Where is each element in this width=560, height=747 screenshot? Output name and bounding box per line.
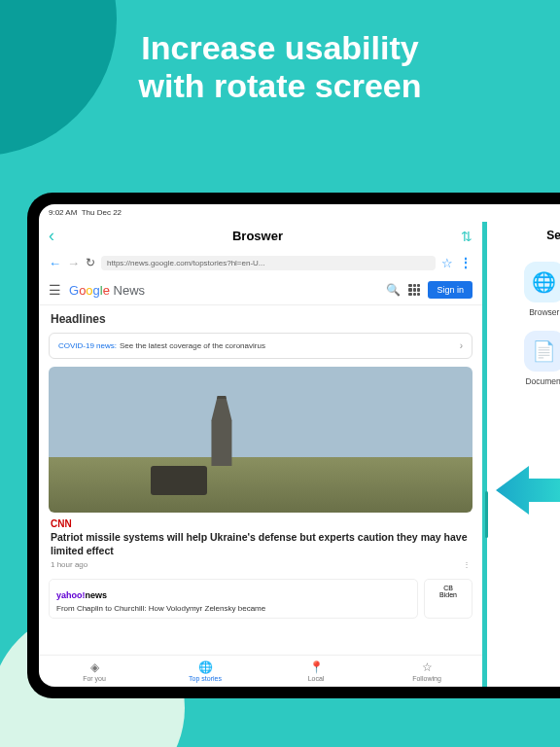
headlines-heading: Headlines <box>39 305 482 333</box>
second-window-title: Second Window <box>487 222 560 254</box>
search-icon[interactable]: 🔍 <box>386 283 401 297</box>
covid-banner[interactable]: COVID-19 news: See the latest coverage o… <box>49 333 472 359</box>
hamburger-icon[interactable]: ☰ <box>49 282 61 298</box>
nav-forward-icon[interactable]: → <box>67 256 80 270</box>
browser-pane: ‹ Broswer ⇅ ← → ↻ https://news.google.co… <box>39 204 482 687</box>
globe-icon: 🌐 <box>524 262 560 302</box>
apps-icon[interactable] <box>408 284 420 296</box>
status-bar: 9:02 AM Thu Dec 22 <box>49 208 122 217</box>
url-input[interactable]: https://news.google.com/topstories?hl=en… <box>101 256 436 270</box>
story-meta: 1 hour ago⋮ <box>39 560 482 575</box>
google-news-logo[interactable]: Google News <box>69 283 145 298</box>
bookmark-icon[interactable]: ☆ <box>441 256 453 270</box>
divider-handle[interactable] <box>485 491 488 538</box>
story-hero-image[interactable] <box>49 367 472 513</box>
app-document[interactable]: 📄Document <box>501 331 560 386</box>
more-icon: ⋮ <box>463 560 471 569</box>
app-grid: 🌐Browser 📷Image 📄Document 📁My Files <box>487 254 560 394</box>
app-browser[interactable]: 🌐Browser <box>501 262 560 317</box>
promo-headline: Increase usabilitywith rotate screen <box>0 29 560 105</box>
url-bar: ← → ↻ https://news.google.com/topstories… <box>39 250 482 275</box>
tab-following[interactable]: ☆Following <box>371 656 482 687</box>
story-source: CNN <box>39 518 482 529</box>
story-card[interactable]: yahoo!news From Chaplin to Churchill: Ho… <box>49 579 418 619</box>
window-title: Broswer <box>54 229 461 243</box>
screen: 9:02 AM Thu Dec 22 ‹ Broswer ⇅ ← → ↻ htt… <box>39 204 560 687</box>
google-news-header: ☰ Google News 🔍 Sign in <box>39 275 482 305</box>
tab-top-stories[interactable]: 🌐Top stories <box>150 656 261 687</box>
signin-button[interactable]: Sign in <box>428 281 472 299</box>
tablet-frame: 9:02 AM Thu Dec 22 ‹ Broswer ⇅ ← → ↻ htt… <box>27 193 560 698</box>
document-icon: 📄 <box>524 331 560 372</box>
nav-back-icon[interactable]: ← <box>49 256 61 270</box>
story-row: yahoo!news From Chaplin to Churchill: Ho… <box>49 579 472 619</box>
reload-icon[interactable]: ↻ <box>86 256 95 269</box>
split-divider[interactable] <box>482 222 487 687</box>
second-window-pane: Second Window 🌐Browser 📷Image 📄Document … <box>487 204 560 687</box>
tab-for-you[interactable]: ◈For you <box>39 656 150 687</box>
title-bar: ‹ Broswer ⇅ <box>39 222 482 250</box>
svg-marker-0 <box>496 466 560 515</box>
tab-local[interactable]: 📍Local <box>261 656 371 687</box>
story-card-side[interactable]: CBBiden <box>424 579 472 619</box>
chevron-right-icon: › <box>460 340 463 351</box>
arrow-left-cue-icon <box>496 462 560 518</box>
swap-icon[interactable]: ⇅ <box>461 229 472 244</box>
story-headline[interactable]: Patriot missile systems will help Ukrain… <box>39 529 482 560</box>
yahoo-logo: yahoo!news <box>56 590 107 600</box>
menu-icon[interactable]: ⋮ <box>459 255 472 270</box>
bottom-tabs: ◈For you 🌐Top stories 📍Local ☆Following <box>39 655 482 687</box>
